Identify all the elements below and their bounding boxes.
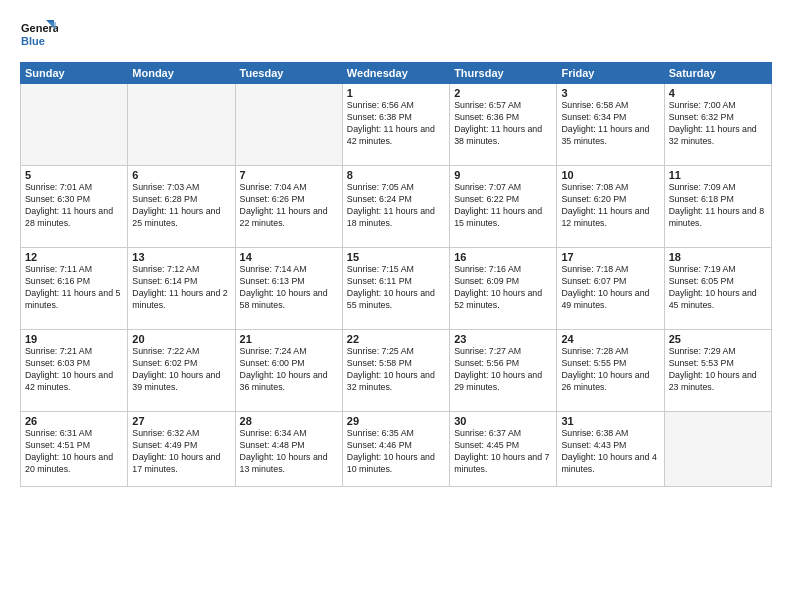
cell-info: Sunrise: 7:08 AM Sunset: 6:20 PM Dayligh… [561, 182, 659, 230]
day-number: 3 [561, 87, 659, 99]
calendar-cell: 4Sunrise: 7:00 AM Sunset: 6:32 PM Daylig… [664, 84, 771, 166]
cell-info: Sunrise: 7:07 AM Sunset: 6:22 PM Dayligh… [454, 182, 552, 230]
calendar-cell: 21Sunrise: 7:24 AM Sunset: 6:00 PM Dayli… [235, 330, 342, 412]
day-number: 4 [669, 87, 767, 99]
calendar-cell: 11Sunrise: 7:09 AM Sunset: 6:18 PM Dayli… [664, 166, 771, 248]
cell-info: Sunrise: 7:04 AM Sunset: 6:26 PM Dayligh… [240, 182, 338, 230]
day-number: 29 [347, 415, 445, 427]
calendar-cell: 22Sunrise: 7:25 AM Sunset: 5:58 PM Dayli… [342, 330, 449, 412]
cell-info: Sunrise: 6:38 AM Sunset: 4:43 PM Dayligh… [561, 428, 659, 476]
weekday-header-wednesday: Wednesday [342, 63, 449, 84]
cell-info: Sunrise: 7:15 AM Sunset: 6:11 PM Dayligh… [347, 264, 445, 312]
cell-info: Sunrise: 7:29 AM Sunset: 5:53 PM Dayligh… [669, 346, 767, 394]
calendar-cell: 19Sunrise: 7:21 AM Sunset: 6:03 PM Dayli… [21, 330, 128, 412]
day-number: 7 [240, 169, 338, 181]
calendar-week-1: 1Sunrise: 6:56 AM Sunset: 6:38 PM Daylig… [21, 84, 772, 166]
cell-info: Sunrise: 6:35 AM Sunset: 4:46 PM Dayligh… [347, 428, 445, 476]
day-number: 24 [561, 333, 659, 345]
header: General Blue [20, 16, 772, 54]
cell-info: Sunrise: 7:05 AM Sunset: 6:24 PM Dayligh… [347, 182, 445, 230]
day-number: 6 [132, 169, 230, 181]
calendar-cell: 24Sunrise: 7:28 AM Sunset: 5:55 PM Dayli… [557, 330, 664, 412]
day-number: 14 [240, 251, 338, 263]
cell-info: Sunrise: 7:03 AM Sunset: 6:28 PM Dayligh… [132, 182, 230, 230]
cell-info: Sunrise: 7:01 AM Sunset: 6:30 PM Dayligh… [25, 182, 123, 230]
calendar-cell: 15Sunrise: 7:15 AM Sunset: 6:11 PM Dayli… [342, 248, 449, 330]
cell-info: Sunrise: 7:09 AM Sunset: 6:18 PM Dayligh… [669, 182, 767, 230]
calendar-cell: 13Sunrise: 7:12 AM Sunset: 6:14 PM Dayli… [128, 248, 235, 330]
page: General Blue SundayMondayTuesdayWednesda… [0, 0, 792, 612]
cell-info: Sunrise: 7:22 AM Sunset: 6:02 PM Dayligh… [132, 346, 230, 394]
calendar-cell [21, 84, 128, 166]
calendar-week-3: 12Sunrise: 7:11 AM Sunset: 6:16 PM Dayli… [21, 248, 772, 330]
calendar-table: SundayMondayTuesdayWednesdayThursdayFrid… [20, 62, 772, 487]
cell-info: Sunrise: 6:32 AM Sunset: 4:49 PM Dayligh… [132, 428, 230, 476]
calendar-cell: 14Sunrise: 7:14 AM Sunset: 6:13 PM Dayli… [235, 248, 342, 330]
calendar-week-2: 5Sunrise: 7:01 AM Sunset: 6:30 PM Daylig… [21, 166, 772, 248]
day-number: 30 [454, 415, 552, 427]
calendar-cell: 12Sunrise: 7:11 AM Sunset: 6:16 PM Dayli… [21, 248, 128, 330]
calendar-cell: 6Sunrise: 7:03 AM Sunset: 6:28 PM Daylig… [128, 166, 235, 248]
day-number: 11 [669, 169, 767, 181]
cell-info: Sunrise: 6:57 AM Sunset: 6:36 PM Dayligh… [454, 100, 552, 148]
cell-info: Sunrise: 7:11 AM Sunset: 6:16 PM Dayligh… [25, 264, 123, 312]
calendar-week-5: 26Sunrise: 6:31 AM Sunset: 4:51 PM Dayli… [21, 412, 772, 487]
day-number: 23 [454, 333, 552, 345]
calendar-cell [235, 84, 342, 166]
weekday-header-saturday: Saturday [664, 63, 771, 84]
day-number: 13 [132, 251, 230, 263]
cell-info: Sunrise: 7:25 AM Sunset: 5:58 PM Dayligh… [347, 346, 445, 394]
cell-info: Sunrise: 7:27 AM Sunset: 5:56 PM Dayligh… [454, 346, 552, 394]
cell-info: Sunrise: 6:34 AM Sunset: 4:48 PM Dayligh… [240, 428, 338, 476]
day-number: 25 [669, 333, 767, 345]
weekday-header-sunday: Sunday [21, 63, 128, 84]
calendar-cell: 9Sunrise: 7:07 AM Sunset: 6:22 PM Daylig… [450, 166, 557, 248]
day-number: 8 [347, 169, 445, 181]
cell-info: Sunrise: 6:37 AM Sunset: 4:45 PM Dayligh… [454, 428, 552, 476]
logo-svg: General Blue [20, 16, 58, 54]
calendar-cell: 30Sunrise: 6:37 AM Sunset: 4:45 PM Dayli… [450, 412, 557, 487]
day-number: 28 [240, 415, 338, 427]
day-number: 18 [669, 251, 767, 263]
calendar-body: 1Sunrise: 6:56 AM Sunset: 6:38 PM Daylig… [21, 84, 772, 487]
calendar-cell: 17Sunrise: 7:18 AM Sunset: 6:07 PM Dayli… [557, 248, 664, 330]
cell-info: Sunrise: 6:31 AM Sunset: 4:51 PM Dayligh… [25, 428, 123, 476]
calendar-cell: 2Sunrise: 6:57 AM Sunset: 6:36 PM Daylig… [450, 84, 557, 166]
day-number: 22 [347, 333, 445, 345]
weekday-header-monday: Monday [128, 63, 235, 84]
day-number: 10 [561, 169, 659, 181]
cell-info: Sunrise: 7:24 AM Sunset: 6:00 PM Dayligh… [240, 346, 338, 394]
calendar-cell [664, 412, 771, 487]
calendar-cell: 31Sunrise: 6:38 AM Sunset: 4:43 PM Dayli… [557, 412, 664, 487]
calendar-cell: 28Sunrise: 6:34 AM Sunset: 4:48 PM Dayli… [235, 412, 342, 487]
cell-info: Sunrise: 7:18 AM Sunset: 6:07 PM Dayligh… [561, 264, 659, 312]
day-number: 5 [25, 169, 123, 181]
day-number: 27 [132, 415, 230, 427]
weekday-header-friday: Friday [557, 63, 664, 84]
calendar-cell: 10Sunrise: 7:08 AM Sunset: 6:20 PM Dayli… [557, 166, 664, 248]
cell-info: Sunrise: 7:28 AM Sunset: 5:55 PM Dayligh… [561, 346, 659, 394]
logo: General Blue [20, 16, 58, 54]
day-number: 2 [454, 87, 552, 99]
day-number: 19 [25, 333, 123, 345]
calendar-week-4: 19Sunrise: 7:21 AM Sunset: 6:03 PM Dayli… [21, 330, 772, 412]
calendar-cell: 25Sunrise: 7:29 AM Sunset: 5:53 PM Dayli… [664, 330, 771, 412]
calendar-cell: 29Sunrise: 6:35 AM Sunset: 4:46 PM Dayli… [342, 412, 449, 487]
weekday-row: SundayMondayTuesdayWednesdayThursdayFrid… [21, 63, 772, 84]
calendar-cell: 16Sunrise: 7:16 AM Sunset: 6:09 PM Dayli… [450, 248, 557, 330]
day-number: 15 [347, 251, 445, 263]
calendar-cell: 20Sunrise: 7:22 AM Sunset: 6:02 PM Dayli… [128, 330, 235, 412]
calendar-cell: 8Sunrise: 7:05 AM Sunset: 6:24 PM Daylig… [342, 166, 449, 248]
cell-info: Sunrise: 7:19 AM Sunset: 6:05 PM Dayligh… [669, 264, 767, 312]
day-number: 1 [347, 87, 445, 99]
calendar-header: SundayMondayTuesdayWednesdayThursdayFrid… [21, 63, 772, 84]
cell-info: Sunrise: 7:21 AM Sunset: 6:03 PM Dayligh… [25, 346, 123, 394]
calendar-cell: 23Sunrise: 7:27 AM Sunset: 5:56 PM Dayli… [450, 330, 557, 412]
calendar-cell: 26Sunrise: 6:31 AM Sunset: 4:51 PM Dayli… [21, 412, 128, 487]
cell-info: Sunrise: 7:00 AM Sunset: 6:32 PM Dayligh… [669, 100, 767, 148]
day-number: 26 [25, 415, 123, 427]
calendar-cell: 27Sunrise: 6:32 AM Sunset: 4:49 PM Dayli… [128, 412, 235, 487]
calendar-cell: 5Sunrise: 7:01 AM Sunset: 6:30 PM Daylig… [21, 166, 128, 248]
cell-info: Sunrise: 7:12 AM Sunset: 6:14 PM Dayligh… [132, 264, 230, 312]
day-number: 20 [132, 333, 230, 345]
